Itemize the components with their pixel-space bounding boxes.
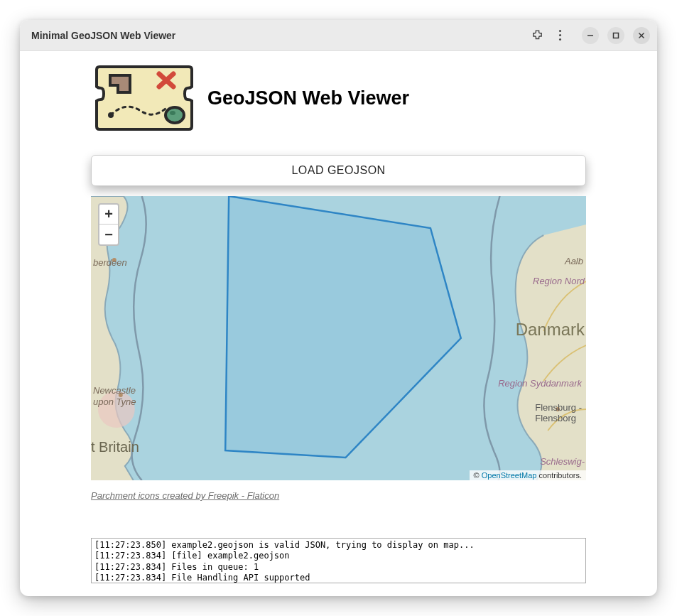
svg-rect-1 bbox=[614, 33, 619, 38]
map-label-syddanmark: Region Syddanmark bbox=[498, 378, 582, 389]
extensions-icon[interactable] bbox=[531, 29, 543, 42]
window-maximize-button[interactable] bbox=[607, 27, 624, 44]
brand-header: GeoJSON Web Viewer bbox=[91, 58, 586, 138]
log-output[interactable] bbox=[91, 538, 586, 583]
map-zoom-control: + − bbox=[98, 203, 119, 246]
window-minimize-button[interactable] bbox=[582, 27, 599, 44]
window-titlebar: Minimal GeoJSON Web Viewer bbox=[20, 20, 657, 51]
map-label-flensburg-2: Flensborg bbox=[535, 413, 576, 423]
svg-point-4 bbox=[166, 107, 184, 123]
load-geojson-button[interactable]: LOAD GEOJSON bbox=[91, 155, 586, 186]
map-label-schleswig: Schleswig- bbox=[540, 456, 585, 467]
zoom-out-button[interactable]: − bbox=[99, 225, 118, 244]
map-viewport[interactable]: + − berdeen Newcastle upon Tyne t Britai… bbox=[91, 196, 586, 480]
svg-point-6 bbox=[108, 112, 114, 118]
map-attribution: © OpenStreetMap contributors. bbox=[470, 470, 586, 480]
icon-credit-link[interactable]: Parchment icons created by Freepik - Fla… bbox=[91, 490, 586, 501]
kebab-menu-icon[interactable] bbox=[553, 29, 566, 42]
zoom-in-button[interactable]: + bbox=[99, 205, 118, 225]
map-label-newcastle-1: Newcastle bbox=[93, 385, 136, 396]
parchment-map-icon bbox=[91, 58, 197, 138]
map-label-aalb: Aalb bbox=[565, 256, 583, 266]
window-title: Minimal GeoJSON Web Viewer bbox=[31, 30, 175, 41]
map-label-danmark: Danmark bbox=[516, 320, 585, 340]
svg-point-5 bbox=[170, 111, 175, 115]
content-area: GeoJSON Web Viewer LOAD GEOJSON bbox=[20, 51, 657, 596]
app-window: Minimal GeoJSON Web Viewer bbox=[20, 20, 657, 596]
map-label-aberdeen: berdeen bbox=[93, 257, 127, 268]
window-close-button[interactable] bbox=[633, 27, 650, 44]
page-title: GeoJSON Web Viewer bbox=[207, 87, 409, 109]
attribution-prefix: © bbox=[474, 471, 482, 480]
map-label-britain: t Britain bbox=[91, 439, 139, 455]
attribution-suffix: contributors. bbox=[536, 471, 582, 480]
titlebar-controls bbox=[531, 27, 650, 44]
map-label-newcastle-2: upon Tyne bbox=[93, 396, 136, 407]
map-label-region-nord: Region Nord bbox=[533, 276, 585, 286]
map-label-flensburg-1: Flensburg - bbox=[535, 402, 582, 413]
attribution-link[interactable]: OpenStreetMap bbox=[482, 471, 537, 480]
